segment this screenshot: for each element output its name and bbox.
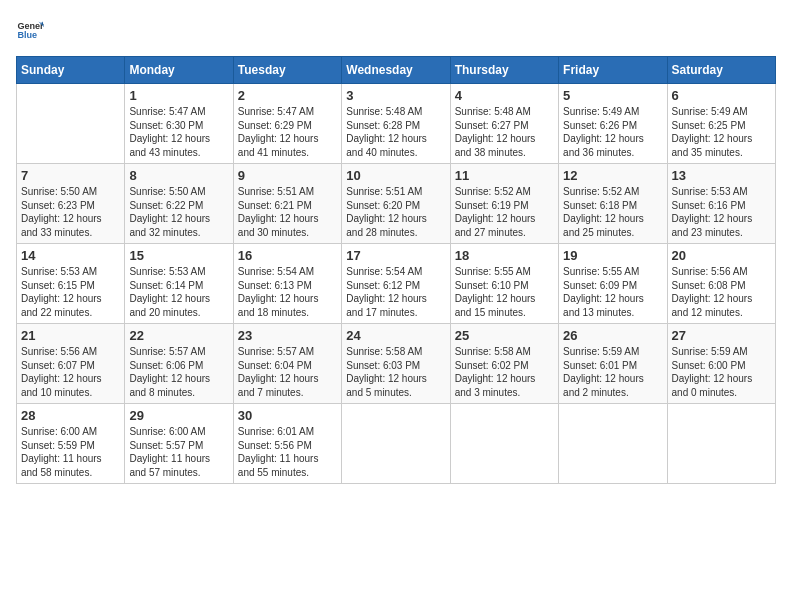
day-info: Sunrise: 6:01 AM Sunset: 5:56 PM Dayligh… [238, 425, 337, 479]
weekday-header-saturday: Saturday [667, 57, 775, 84]
day-number: 27 [672, 328, 771, 343]
calendar-cell: 23Sunrise: 5:57 AM Sunset: 6:04 PM Dayli… [233, 324, 341, 404]
day-number: 29 [129, 408, 228, 423]
day-number: 19 [563, 248, 662, 263]
calendar-cell: 22Sunrise: 5:57 AM Sunset: 6:06 PM Dayli… [125, 324, 233, 404]
calendar-week-row: 1Sunrise: 5:47 AM Sunset: 6:30 PM Daylig… [17, 84, 776, 164]
day-info: Sunrise: 6:00 AM Sunset: 5:57 PM Dayligh… [129, 425, 228, 479]
day-number: 28 [21, 408, 120, 423]
weekday-header-tuesday: Tuesday [233, 57, 341, 84]
day-info: Sunrise: 5:54 AM Sunset: 6:13 PM Dayligh… [238, 265, 337, 319]
day-number: 13 [672, 168, 771, 183]
day-info: Sunrise: 5:53 AM Sunset: 6:16 PM Dayligh… [672, 185, 771, 239]
day-number: 6 [672, 88, 771, 103]
calendar-cell: 15Sunrise: 5:53 AM Sunset: 6:14 PM Dayli… [125, 244, 233, 324]
calendar-table: SundayMondayTuesdayWednesdayThursdayFrid… [16, 56, 776, 484]
logo-icon: General Blue [16, 16, 44, 44]
day-number: 26 [563, 328, 662, 343]
day-number: 25 [455, 328, 554, 343]
calendar-cell: 16Sunrise: 5:54 AM Sunset: 6:13 PM Dayli… [233, 244, 341, 324]
day-number: 20 [672, 248, 771, 263]
calendar-cell: 17Sunrise: 5:54 AM Sunset: 6:12 PM Dayli… [342, 244, 450, 324]
calendar-week-row: 28Sunrise: 6:00 AM Sunset: 5:59 PM Dayli… [17, 404, 776, 484]
logo: General Blue [16, 16, 50, 44]
day-number: 16 [238, 248, 337, 263]
day-info: Sunrise: 5:59 AM Sunset: 6:01 PM Dayligh… [563, 345, 662, 399]
svg-text:General: General [17, 21, 44, 31]
calendar-cell: 26Sunrise: 5:59 AM Sunset: 6:01 PM Dayli… [559, 324, 667, 404]
calendar-cell: 7Sunrise: 5:50 AM Sunset: 6:23 PM Daylig… [17, 164, 125, 244]
day-number: 8 [129, 168, 228, 183]
day-number: 15 [129, 248, 228, 263]
day-info: Sunrise: 5:52 AM Sunset: 6:19 PM Dayligh… [455, 185, 554, 239]
day-number: 5 [563, 88, 662, 103]
day-info: Sunrise: 5:54 AM Sunset: 6:12 PM Dayligh… [346, 265, 445, 319]
calendar-week-row: 21Sunrise: 5:56 AM Sunset: 6:07 PM Dayli… [17, 324, 776, 404]
weekday-header-sunday: Sunday [17, 57, 125, 84]
calendar-cell: 1Sunrise: 5:47 AM Sunset: 6:30 PM Daylig… [125, 84, 233, 164]
day-number: 12 [563, 168, 662, 183]
day-info: Sunrise: 5:55 AM Sunset: 6:10 PM Dayligh… [455, 265, 554, 319]
calendar-week-row: 14Sunrise: 5:53 AM Sunset: 6:15 PM Dayli… [17, 244, 776, 324]
day-number: 18 [455, 248, 554, 263]
calendar-cell: 13Sunrise: 5:53 AM Sunset: 6:16 PM Dayli… [667, 164, 775, 244]
calendar-cell: 12Sunrise: 5:52 AM Sunset: 6:18 PM Dayli… [559, 164, 667, 244]
calendar-cell [450, 404, 558, 484]
day-info: Sunrise: 5:47 AM Sunset: 6:29 PM Dayligh… [238, 105, 337, 159]
calendar-cell: 9Sunrise: 5:51 AM Sunset: 6:21 PM Daylig… [233, 164, 341, 244]
calendar-cell: 18Sunrise: 5:55 AM Sunset: 6:10 PM Dayli… [450, 244, 558, 324]
calendar-cell: 14Sunrise: 5:53 AM Sunset: 6:15 PM Dayli… [17, 244, 125, 324]
calendar-cell [17, 84, 125, 164]
calendar-cell: 2Sunrise: 5:47 AM Sunset: 6:29 PM Daylig… [233, 84, 341, 164]
calendar-header: SundayMondayTuesdayWednesdayThursdayFrid… [17, 57, 776, 84]
day-info: Sunrise: 5:48 AM Sunset: 6:27 PM Dayligh… [455, 105, 554, 159]
day-info: Sunrise: 6:00 AM Sunset: 5:59 PM Dayligh… [21, 425, 120, 479]
day-info: Sunrise: 5:52 AM Sunset: 6:18 PM Dayligh… [563, 185, 662, 239]
day-info: Sunrise: 5:49 AM Sunset: 6:25 PM Dayligh… [672, 105, 771, 159]
day-info: Sunrise: 5:53 AM Sunset: 6:15 PM Dayligh… [21, 265, 120, 319]
day-number: 7 [21, 168, 120, 183]
calendar-cell: 29Sunrise: 6:00 AM Sunset: 5:57 PM Dayli… [125, 404, 233, 484]
calendar-cell: 25Sunrise: 5:58 AM Sunset: 6:02 PM Dayli… [450, 324, 558, 404]
day-info: Sunrise: 5:56 AM Sunset: 6:08 PM Dayligh… [672, 265, 771, 319]
day-number: 17 [346, 248, 445, 263]
day-info: Sunrise: 5:51 AM Sunset: 6:20 PM Dayligh… [346, 185, 445, 239]
calendar-cell: 11Sunrise: 5:52 AM Sunset: 6:19 PM Dayli… [450, 164, 558, 244]
calendar-cell: 21Sunrise: 5:56 AM Sunset: 6:07 PM Dayli… [17, 324, 125, 404]
day-number: 3 [346, 88, 445, 103]
day-number: 9 [238, 168, 337, 183]
calendar-cell: 4Sunrise: 5:48 AM Sunset: 6:27 PM Daylig… [450, 84, 558, 164]
calendar-cell [667, 404, 775, 484]
day-info: Sunrise: 5:53 AM Sunset: 6:14 PM Dayligh… [129, 265, 228, 319]
day-number: 10 [346, 168, 445, 183]
day-info: Sunrise: 5:51 AM Sunset: 6:21 PM Dayligh… [238, 185, 337, 239]
day-number: 21 [21, 328, 120, 343]
calendar-week-row: 7Sunrise: 5:50 AM Sunset: 6:23 PM Daylig… [17, 164, 776, 244]
calendar-cell: 10Sunrise: 5:51 AM Sunset: 6:20 PM Dayli… [342, 164, 450, 244]
calendar-cell: 30Sunrise: 6:01 AM Sunset: 5:56 PM Dayli… [233, 404, 341, 484]
weekday-header-thursday: Thursday [450, 57, 558, 84]
day-number: 30 [238, 408, 337, 423]
day-number: 2 [238, 88, 337, 103]
calendar-cell: 8Sunrise: 5:50 AM Sunset: 6:22 PM Daylig… [125, 164, 233, 244]
calendar-cell: 24Sunrise: 5:58 AM Sunset: 6:03 PM Dayli… [342, 324, 450, 404]
day-number: 11 [455, 168, 554, 183]
day-info: Sunrise: 5:47 AM Sunset: 6:30 PM Dayligh… [129, 105, 228, 159]
weekday-header-monday: Monday [125, 57, 233, 84]
day-info: Sunrise: 5:55 AM Sunset: 6:09 PM Dayligh… [563, 265, 662, 319]
day-info: Sunrise: 5:57 AM Sunset: 6:04 PM Dayligh… [238, 345, 337, 399]
page-header: General Blue [16, 16, 776, 44]
day-info: Sunrise: 5:58 AM Sunset: 6:02 PM Dayligh… [455, 345, 554, 399]
day-info: Sunrise: 5:49 AM Sunset: 6:26 PM Dayligh… [563, 105, 662, 159]
calendar-cell: 5Sunrise: 5:49 AM Sunset: 6:26 PM Daylig… [559, 84, 667, 164]
day-number: 23 [238, 328, 337, 343]
day-number: 22 [129, 328, 228, 343]
day-info: Sunrise: 5:59 AM Sunset: 6:00 PM Dayligh… [672, 345, 771, 399]
weekday-header-friday: Friday [559, 57, 667, 84]
calendar-cell: 6Sunrise: 5:49 AM Sunset: 6:25 PM Daylig… [667, 84, 775, 164]
weekday-header-wednesday: Wednesday [342, 57, 450, 84]
day-info: Sunrise: 5:50 AM Sunset: 6:22 PM Dayligh… [129, 185, 228, 239]
calendar-cell: 3Sunrise: 5:48 AM Sunset: 6:28 PM Daylig… [342, 84, 450, 164]
day-info: Sunrise: 5:48 AM Sunset: 6:28 PM Dayligh… [346, 105, 445, 159]
day-number: 14 [21, 248, 120, 263]
